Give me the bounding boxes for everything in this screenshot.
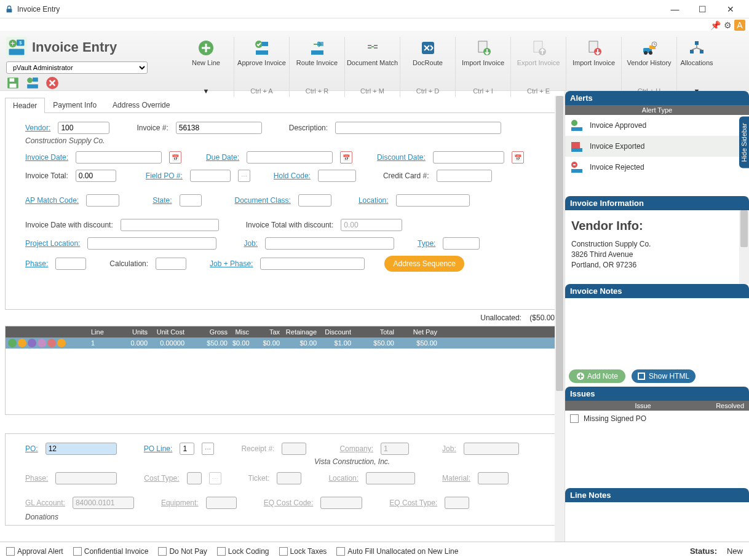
invoice-date-label[interactable]: Invoice Date: <box>25 153 68 162</box>
vendor-history-button[interactable]: Vendor History Ctrl + H <box>621 37 676 97</box>
discount-date-input[interactable] <box>433 151 504 164</box>
tab-payment-info[interactable]: Payment Info <box>45 97 105 112</box>
po-line-label[interactable]: PO Line: <box>144 444 173 453</box>
info-scrollbar[interactable] <box>739 210 749 284</box>
ap-match-label[interactable]: AP Match Code: <box>25 196 79 205</box>
approval-alert-checkbox[interactable] <box>6 547 15 556</box>
project-loc-label[interactable]: Project Location: <box>25 239 80 248</box>
confidential-checkbox[interactable] <box>73 547 82 556</box>
po-line-lookup-icon[interactable]: ⋯ <box>202 443 214 455</box>
tab-header[interactable]: Header <box>5 98 45 113</box>
gear-icon[interactable]: ⚙ <box>722 20 733 31</box>
do-not-pay-checkbox[interactable] <box>158 547 167 556</box>
row-icon[interactable] <box>57 339 66 347</box>
invoice-num-input[interactable] <box>176 122 262 134</box>
vendor-input[interactable] <box>58 122 109 134</box>
phase-input[interactable] <box>55 258 86 270</box>
row-icon[interactable] <box>38 339 46 347</box>
calendar-icon[interactable]: 📅 <box>169 151 181 164</box>
close-button[interactable]: ✕ <box>716 0 744 18</box>
row-icon[interactable] <box>47 339 56 347</box>
field-po-lookup-icon[interactable]: ⋯ <box>238 170 250 182</box>
save-invoice-icon[interactable] <box>26 76 39 90</box>
hold-code-input[interactable] <box>318 170 356 182</box>
credit-card-input[interactable] <box>437 170 492 182</box>
alert-row[interactable]: Invoice Rejected <box>565 157 749 178</box>
project-loc-input[interactable] <box>87 237 216 250</box>
notes-body[interactable] <box>565 298 749 366</box>
row-approve-icon[interactable] <box>8 339 17 347</box>
job-input[interactable] <box>265 237 394 250</box>
delete-icon[interactable] <box>46 76 59 90</box>
minimize-button[interactable]: — <box>661 0 689 18</box>
pin-icon[interactable]: 📌 <box>710 20 721 31</box>
alert-row[interactable]: Invoice Exported <box>565 136 749 157</box>
location-input[interactable] <box>396 194 470 207</box>
lock-taxes-checkbox[interactable] <box>279 547 288 556</box>
ap-match-input[interactable] <box>86 194 119 207</box>
state-input[interactable] <box>180 194 202 207</box>
import-invoice-button-2[interactable]: Import Invoice <box>566 37 621 97</box>
job-label[interactable]: Job: <box>244 239 258 248</box>
calendar-icon[interactable]: 📅 <box>340 151 352 164</box>
bottom-bar: Approval Alert Confidential Invoice Do N… <box>0 542 749 560</box>
row-warn-icon[interactable] <box>18 339 26 347</box>
calendar-icon[interactable]: 📅 <box>512 151 524 164</box>
user-dropdown[interactable]: pVault Administrator <box>6 61 148 74</box>
show-html-button[interactable]: Show HTML <box>632 369 696 383</box>
inv-date-disc-input[interactable] <box>121 219 219 231</box>
doc-class-label[interactable]: Document Class: <box>235 196 291 205</box>
address-sequence-button[interactable]: Address Sequence <box>384 256 464 272</box>
svg-rect-0 <box>7 9 12 12</box>
tab-address-override[interactable]: Address Override <box>105 97 178 112</box>
job-phase-label[interactable]: Job + Phase: <box>210 259 253 268</box>
save-icon[interactable] <box>6 76 20 90</box>
document-match-button[interactable]: Document Match Ctrl + M <box>344 37 400 97</box>
phase-label[interactable]: Phase: <box>25 259 48 268</box>
field-po-label[interactable]: Field PO #: <box>146 172 183 180</box>
field-po-input[interactable] <box>190 170 231 182</box>
state-label[interactable]: State: <box>153 196 172 205</box>
approve-invoice-button[interactable]: Approve Invoice Ctrl + A <box>234 37 289 97</box>
alert-type-column-header: Alert Type <box>565 105 749 115</box>
type-label[interactable]: Type: <box>418 239 435 248</box>
invoice-notes-header: Invoice Notes <box>565 284 749 298</box>
due-date-input[interactable] <box>247 151 333 164</box>
row-icon[interactable] <box>28 339 36 347</box>
svg-rect-18 <box>311 50 323 55</box>
auto-fill-checkbox[interactable] <box>336 547 345 556</box>
hide-sidebar-tab[interactable]: Hide Sidebar <box>739 117 749 168</box>
po-input[interactable] <box>46 443 117 455</box>
description-input[interactable] <box>335 122 501 134</box>
maximize-button[interactable]: ☐ <box>689 0 716 18</box>
allocations-button[interactable]: Allocations ▼ <box>676 37 716 97</box>
po-line-input[interactable] <box>180 443 194 455</box>
doc-class-input[interactable] <box>298 194 331 207</box>
location-label[interactable]: Location: <box>359 196 389 205</box>
vendor-label[interactable]: Vendor: <box>25 124 50 132</box>
po-label[interactable]: PO: <box>25 444 38 453</box>
route-invoice-button[interactable]: Route Invoice Ctrl + R <box>289 37 344 97</box>
invoice-date-input[interactable] <box>76 151 162 164</box>
alert-indicator-icon[interactable]: A <box>734 20 745 31</box>
add-note-button[interactable]: Add Note <box>569 369 625 383</box>
due-date-label[interactable]: Due Date: <box>206 153 239 162</box>
discount-date-label[interactable]: Discount Date: <box>377 153 426 162</box>
hold-code-label[interactable]: Hold Code: <box>274 172 311 180</box>
issue-resolved-checkbox[interactable] <box>570 414 579 423</box>
line-items-grid[interactable]: Line Units Unit Cost Gross Misc Tax Reta… <box>5 326 560 415</box>
job-phase-input[interactable] <box>260 258 365 270</box>
new-line-button[interactable]: New Line ▼ <box>178 37 234 97</box>
import-invoice-button[interactable]: Import Invoice Ctrl + I <box>455 37 510 97</box>
table-row[interactable]: 1 0.000 0.00000 $50.00 $0.00 $0.00 $0.00… <box>6 337 559 349</box>
lock-coding-checkbox[interactable] <box>217 547 226 556</box>
issue-row[interactable]: Missing Signed PO <box>565 411 749 427</box>
type-input[interactable] <box>443 237 480 250</box>
docroute-button[interactable]: DocRoute Ctrl + D <box>400 37 455 97</box>
inv-total-disc-input[interactable] <box>341 219 402 231</box>
export-invoice-button[interactable]: Export Invoice Ctrl + E <box>510 37 566 97</box>
calc-input[interactable] <box>156 258 186 270</box>
invoice-total-input[interactable] <box>76 170 116 182</box>
left-scrollbar[interactable] <box>555 96 565 542</box>
alert-row[interactable]: Invoice Approved <box>565 115 749 136</box>
